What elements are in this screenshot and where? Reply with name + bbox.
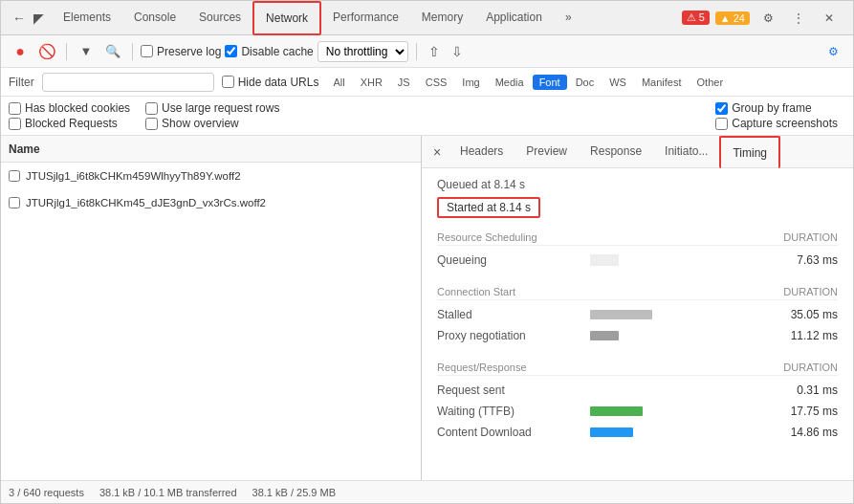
content-download-label: Content Download <box>437 426 590 439</box>
record-button[interactable]: ● <box>9 40 32 63</box>
request-name-2: JTURjlg1_i6t8kCHKm45_dJE3gnD_vx3rCs.woff… <box>26 197 266 208</box>
blocked-cookies-label[interactable]: Has blocked cookies <box>9 101 130 115</box>
connection-start-header: Connection Start DURATION <box>437 286 838 300</box>
request-response-title: Request/Response <box>437 362 527 373</box>
tab-bar: ← ◤ Elements Console Sources Network Per… <box>1 1 853 35</box>
tab-network[interactable]: Network <box>252 1 321 35</box>
filter-icon[interactable]: ▼ <box>75 40 98 63</box>
options-col-2: Use large request rows Show overview <box>145 99 279 133</box>
blocked-requests-checkbox[interactable] <box>9 118 21 130</box>
timing-close-button[interactable]: × <box>426 141 449 164</box>
request-row[interactable]: JTUSjlg1_i6t8kCHKm459WlhyyTh89Y.woff2 <box>1 163 421 189</box>
filter-input[interactable] <box>42 73 214 92</box>
disable-cache-checkbox[interactable] <box>225 45 237 57</box>
back-icon[interactable]: ← <box>12 11 26 26</box>
blocked-cookies-text: Has blocked cookies <box>25 101 130 115</box>
filter-img[interactable]: Img <box>455 75 486 90</box>
large-rows-checkbox[interactable] <box>145 102 158 115</box>
tab-performance[interactable]: Performance <box>321 1 410 35</box>
filter-css[interactable]: CSS <box>419 75 454 90</box>
resource-scheduling-duration-header: DURATION <box>783 231 838 243</box>
request-sent-duration: 0.31 ms <box>761 383 838 397</box>
throttle-select[interactable]: No throttling <box>318 41 408 62</box>
large-rows-text: Use large request rows <box>162 101 279 115</box>
export-har-icon[interactable]: ⇩ <box>451 44 463 59</box>
request-row-2[interactable]: JTURjlg1_i6t8kCHKm45_dJE3gnD_vx3rCs.woff… <box>1 189 421 216</box>
tab-response[interactable]: Response <box>579 136 653 168</box>
timing-content: Queued at 8.14 s Started at 8.14 s Resou… <box>422 168 853 480</box>
disable-cache-label[interactable]: Disable cache <box>225 45 313 58</box>
request-row-checkbox-1[interactable] <box>9 170 20 182</box>
content-download-row: Content Download 14.86 ms <box>437 422 838 443</box>
capture-screenshots-label[interactable]: Capture screenshots <box>715 117 838 130</box>
tab-more[interactable]: » <box>554 1 583 35</box>
settings-icon[interactable]: ⚙ <box>755 6 780 31</box>
status-bar: 3 / 640 requests 38.1 kB / 10.1 MB trans… <box>1 480 853 503</box>
group-by-frame-label[interactable]: Group by frame <box>715 101 838 115</box>
show-overview-label[interactable]: Show overview <box>145 117 279 130</box>
filter-xhr[interactable]: XHR <box>354 75 389 90</box>
search-icon[interactable]: 🔍 <box>101 40 124 63</box>
resource-scheduling-section: Resource Scheduling DURATION Queueing 7.… <box>437 231 838 271</box>
request-sent-row: Request sent 0.31 ms <box>437 380 838 401</box>
tab-application[interactable]: Application <box>474 1 554 35</box>
filter-manifest[interactable]: Manifest <box>635 75 689 90</box>
filter-ws[interactable]: WS <box>602 75 633 90</box>
filter-doc[interactable]: Doc <box>569 75 602 90</box>
clear-button[interactable]: 🚫 <box>35 40 58 63</box>
request-sent-label: Request sent <box>437 383 590 397</box>
queued-at: Queued at 8.14 s <box>437 178 838 191</box>
main-content: Name JTUSjlg1_i6t8kCHKm459WlhyyTh89Y.wof… <box>1 136 853 480</box>
blocked-requests-label[interactable]: Blocked Requests <box>9 117 130 130</box>
preserve-log-checkbox[interactable] <box>141 45 153 57</box>
group-by-frame-checkbox[interactable] <box>715 102 728 115</box>
tab-memory[interactable]: Memory <box>410 1 474 35</box>
tab-initiator[interactable]: Initiato... <box>653 136 719 168</box>
options-right: Group by frame Capture screenshots <box>708 99 845 133</box>
toolbar-sep-3 <box>416 43 417 60</box>
stalled-duration: 35.05 ms <box>761 308 838 321</box>
filter-js[interactable]: JS <box>391 75 417 90</box>
tab-preview[interactable]: Preview <box>515 136 579 168</box>
proxy-row: Proxy negotiation 11.12 ms <box>437 325 838 346</box>
devtools-window: ← ◤ Elements Console Sources Network Per… <box>0 0 854 504</box>
group-by-frame-text: Group by frame <box>732 101 811 115</box>
hide-data-urls-label[interactable]: Hide data URLs <box>222 76 319 89</box>
content-download-bar <box>590 427 761 437</box>
filter-other[interactable]: Other <box>690 75 731 90</box>
more-options-icon[interactable]: ⋮ <box>786 6 811 31</box>
show-overview-checkbox[interactable] <box>145 118 158 130</box>
inspect-icon[interactable]: ◤ <box>33 11 44 26</box>
close-devtools-icon[interactable]: ✕ <box>817 6 842 31</box>
tab-elements[interactable]: Elements <box>52 1 122 35</box>
content-download-duration: 14.86 ms <box>761 426 838 439</box>
ttfb-label: Waiting (TTFB) <box>437 405 590 418</box>
tab-timing[interactable]: Timing <box>719 136 780 168</box>
proxy-duration: 11.12 ms <box>761 329 838 342</box>
show-overview-text: Show overview <box>162 117 239 130</box>
request-response-duration-header: DURATION <box>783 362 838 373</box>
preserve-log-label[interactable]: Preserve log <box>141 45 221 58</box>
blocked-requests-text: Blocked Requests <box>25 117 118 130</box>
timing-tabs: × Headers Preview Response Initiato... T… <box>422 136 853 168</box>
network-settings-icon[interactable]: ⚙ <box>821 39 845 64</box>
blocked-cookies-checkbox[interactable] <box>9 102 21 115</box>
filter-all[interactable]: All <box>326 75 351 90</box>
connection-start-duration-header: DURATION <box>783 286 838 297</box>
tab-console[interactable]: Console <box>122 1 187 35</box>
tab-sources[interactable]: Sources <box>187 1 252 35</box>
queueing-label: Queueing <box>437 253 590 267</box>
import-har-icon[interactable]: ⇧ <box>428 44 440 59</box>
options-bar: Has blocked cookies Blocked Requests Use… <box>1 97 853 136</box>
ttfb-row: Waiting (TTFB) 17.75 ms <box>437 401 838 422</box>
resource-scheduling-header: Resource Scheduling DURATION <box>437 231 838 246</box>
connection-start-section: Connection Start DURATION Stalled 35.05 … <box>437 286 838 346</box>
filter-media[interactable]: Media <box>489 75 531 90</box>
hide-data-urls-checkbox[interactable] <box>222 76 234 88</box>
tab-headers[interactable]: Headers <box>449 136 515 168</box>
capture-screenshots-checkbox[interactable] <box>715 118 728 130</box>
request-row-checkbox-2[interactable] <box>9 197 20 208</box>
filter-font[interactable]: Font <box>533 75 567 90</box>
proxy-label: Proxy negotiation <box>437 329 590 342</box>
large-rows-label[interactable]: Use large request rows <box>145 101 279 115</box>
